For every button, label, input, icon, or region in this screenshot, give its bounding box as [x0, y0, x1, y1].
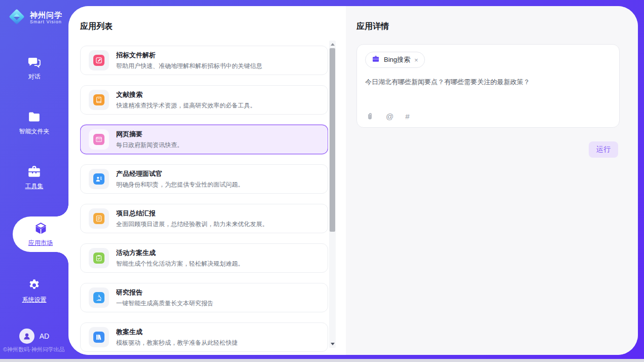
app-card-text: 项目总结汇报全面回顾项目进展，总结经验教训，助力未来优化发展。 — [116, 209, 268, 229]
app-card-description: 明确身份和职责，为您提供专业性的面试问题。 — [116, 180, 244, 189]
app-card-description: 帮助用户快速、准确地理解和解析招标书中的关键信息 — [116, 62, 262, 70]
query-input[interactable]: 今日湖北有哪些新闻要点？有哪些需要关注的最新政策？ — [365, 77, 611, 87]
app-card-title: 项目总结汇报 — [116, 209, 268, 218]
brand-subtitle: Smart Vision — [30, 19, 62, 25]
hash-icon[interactable]: # — [405, 112, 409, 121]
at-icon[interactable]: @ — [386, 112, 393, 121]
sidebar-item-label: 应用市场 — [28, 239, 53, 247]
clipboard-check-icon — [93, 252, 104, 264]
brand-logo: 神州问学 Smart Vision — [7, 7, 62, 28]
app-detail-panel: 应用详情 Bing搜索 × 今日湖北有哪些新闻要点？有哪些需要关注的最新政策？ … — [346, 6, 638, 355]
app-card-title: 活动方案生成 — [116, 248, 244, 258]
briefcase-icon — [372, 55, 380, 65]
chip-close-icon[interactable]: × — [414, 57, 418, 63]
app-icon-box — [89, 169, 109, 189]
scroll-up-arrow-icon[interactable] — [331, 43, 335, 46]
sidebar-nav: 对话智能文件夹工具集应用市场系统设置 — [0, 52, 68, 330]
book-icon — [93, 94, 104, 105]
attachment-toolbar: @# — [366, 112, 410, 121]
sidebar-item-smart-folder[interactable]: 智能文件夹 — [0, 107, 68, 138]
app-icon-box — [89, 327, 109, 347]
brand-name: 神州问学 — [30, 11, 62, 19]
cube-icon — [34, 222, 48, 235]
app-card-text: 研究报告一键智能生成高质量长文本研究报告 — [116, 288, 213, 308]
app-card-text: 文献搜索快速精准查找学术资源，提高研究效率的必备工具。 — [116, 90, 256, 110]
app-card-event-plan[interactable]: 活动方案生成智能生成个性化活动方案，轻松解决规划难题。 — [80, 243, 328, 273]
sidebar: 神州问学 Smart Vision 对话智能文件夹工具集应用市场系统设置 AD … — [0, 0, 68, 362]
prompt-card: Bing搜索 × 今日湖北有哪些新闻要点？有哪些需要关注的最新政策？ @# — [356, 44, 620, 128]
user-initials: AD — [40, 332, 49, 340]
run-row: 运行 — [356, 141, 620, 158]
content-window: 应用列表 招标文件解析帮助用户快速、准确地理解和解析招标书中的关键信息文献搜索快… — [68, 6, 638, 355]
app-card-description: 每日政府新闻资讯快查。 — [116, 141, 183, 150]
app-icon-box — [89, 208, 109, 229]
app-icon-box — [89, 129, 109, 150]
diamond-logo-icon — [7, 7, 26, 28]
interviewer-icon — [93, 173, 104, 185]
app-card-description: 快速精准查找学术资源，提高研究效率的必备工具。 — [116, 101, 256, 110]
app-card-description: 一键智能生成高质量长文本研究报告 — [116, 299, 213, 308]
app-card-text: 活动方案生成智能生成个性化活动方案，轻松解决规划难题。 — [116, 248, 244, 268]
edit-icon — [93, 55, 104, 66]
app-list-title: 应用列表 — [80, 21, 346, 32]
app-list-panel: 应用列表 招标文件解析帮助用户快速、准确地理解和解析招标书中的关键信息文献搜索快… — [68, 6, 346, 355]
sidebar-item-label: 对话 — [28, 73, 41, 81]
user-profile[interactable]: AD — [0, 329, 68, 344]
web-code-icon — [93, 134, 104, 145]
app-icon-box — [89, 248, 109, 268]
app-icon-box — [89, 50, 109, 70]
chat-icon — [27, 55, 41, 69]
note-icon — [93, 213, 104, 224]
app-card-pm-interview[interactable]: 产品经理面试官明确身份和职责，为您提供专业性的面试问题。 — [80, 164, 328, 194]
app-card-description: 全面回顾项目进展，总结经验教训，助力未来优化发展。 — [116, 220, 268, 229]
app-detail-title: 应用详情 — [356, 21, 620, 32]
folder-icon — [27, 110, 41, 124]
sidebar-item-toolset[interactable]: 工具集 — [0, 162, 68, 193]
run-button[interactable]: 运行 — [589, 141, 618, 158]
copyright-footer: ©神州数码·神州问学出品 — [3, 346, 68, 353]
app-card-lit-search[interactable]: 文献搜索快速精准查找学术资源，提高研究效率的必备工具。 — [80, 85, 328, 115]
avatar — [19, 329, 34, 344]
sidebar-item-label: 系统设置 — [22, 296, 47, 304]
app-card-lesson-plan[interactable]: 教案生成模板驱动，教案秒成，教学准备从此轻松快捷 — [80, 322, 328, 352]
sidebar-item-label: 智能文件夹 — [19, 127, 50, 136]
app-card-title: 文献搜索 — [116, 90, 256, 99]
app-card-title: 招标文件解析 — [116, 51, 262, 60]
bottom-strip — [0, 359, 644, 362]
tool-chip-bing-search[interactable]: Bing搜索 × — [365, 52, 425, 68]
app-card-text: 网页摘要每日政府新闻资讯快查。 — [116, 130, 183, 150]
scrollbar[interactable] — [329, 41, 336, 348]
app-card-title: 教案生成 — [116, 328, 238, 337]
sidebar-item-chat[interactable]: 对话 — [0, 52, 68, 84]
sidebar-item-settings[interactable]: 系统设置 — [0, 275, 68, 307]
app-card-research[interactable]: 研究报告一键智能生成高质量长文本研究报告 — [80, 283, 328, 312]
sidebar-item-app-market[interactable]: 应用市场 — [13, 216, 68, 252]
scrollbar-thumb[interactable] — [330, 48, 335, 232]
app-card-bid-parse[interactable]: 招标文件解析帮助用户快速、准确地理解和解析招标书中的关键信息 — [80, 46, 328, 75]
app-card-text: 招标文件解析帮助用户快速、准确地理解和解析招标书中的关键信息 — [116, 51, 262, 70]
sidebar-item-label: 工具集 — [25, 182, 44, 191]
books-icon — [93, 332, 104, 343]
app-card-description: 智能生成个性化活动方案，轻松解决规划难题。 — [116, 260, 244, 268]
paperclip-icon[interactable] — [366, 112, 374, 121]
app-icon-box — [89, 90, 109, 110]
app-card-web-summary[interactable]: 网页摘要每日政府新闻资讯快查。 — [80, 125, 328, 154]
app-card-title: 网页摘要 — [116, 130, 183, 139]
research-icon — [93, 292, 104, 303]
app-card-description: 模板驱动，教案秒成，教学准备从此轻松快捷 — [116, 339, 238, 347]
app-card-title: 产品经理面试官 — [116, 169, 244, 178]
scroll-down-arrow-icon[interactable] — [331, 343, 335, 345]
app-card-text: 教案生成模板驱动，教案秒成，教学准备从此轻松快捷 — [116, 328, 238, 347]
gear-icon — [27, 278, 41, 292]
app-icon-box — [89, 287, 109, 308]
app-card-text: 产品经理面试官明确身份和职责，为您提供专业性的面试问题。 — [116, 169, 244, 189]
toolbox-icon — [27, 165, 41, 178]
tool-chip-label: Bing搜索 — [384, 55, 410, 64]
app-card-title: 研究报告 — [116, 288, 213, 297]
app-card-proj-report[interactable]: 项目总结汇报全面回顾项目进展，总结经验教训，助力未来优化发展。 — [80, 204, 328, 233]
app-card-list: 招标文件解析帮助用户快速、准确地理解和解析招标书中的关键信息文献搜索快速精准查找… — [80, 46, 328, 355]
